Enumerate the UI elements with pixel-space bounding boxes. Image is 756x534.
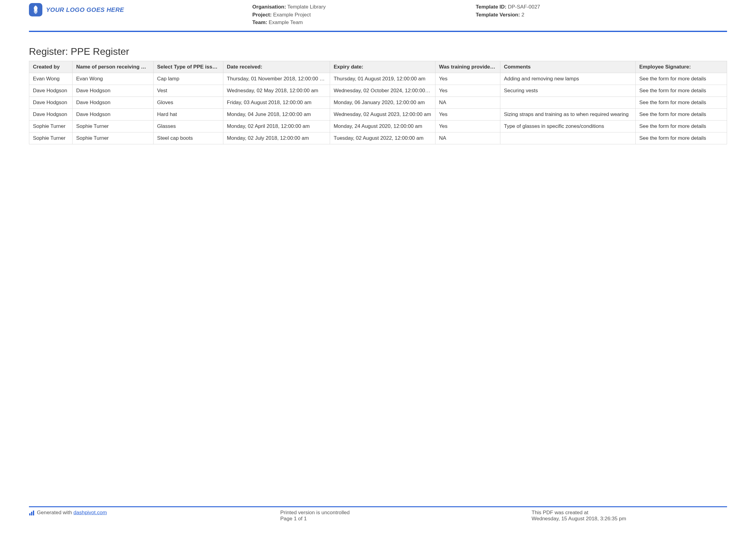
table-header-cell: Employee Signature: — [635, 61, 727, 73]
created-at-value: Wednesday, 15 August 2018, 3:26:35 pm — [532, 516, 727, 522]
logo-block: YOUR LOGO GOES HERE — [29, 3, 252, 16]
table-cell: See the form for more details — [635, 85, 727, 96]
table-cell: Cap lamp — [153, 73, 223, 85]
table-cell: Adding and removing new lamps — [500, 73, 635, 85]
table-row: Dave HodgsonDave HodgsonGlovesFriday, 03… — [29, 96, 727, 108]
project-label: Project: — [252, 12, 272, 18]
template-version-value: 2 — [521, 12, 524, 18]
table-cell: Dave Hodgson — [29, 108, 72, 120]
project-value: Example Project — [273, 12, 311, 18]
table-cell: Wednesday, 02 May 2018, 12:00:00 am — [223, 85, 330, 96]
table-cell: Sizing straps and training as to when re… — [500, 108, 635, 120]
table-cell: Sophie Turner — [29, 132, 72, 144]
ppe-register-table: Created byName of person receiving PPE:S… — [29, 61, 727, 144]
table-header-row: Created byName of person receiving PPE:S… — [29, 61, 727, 73]
table-cell: Monday, 04 June 2018, 12:00:00 am — [223, 108, 330, 120]
template-id-value: DP-SAF-0027 — [508, 4, 540, 10]
template-id-label: Template ID: — [476, 4, 506, 10]
org-label: Organisation: — [252, 4, 286, 10]
table-cell: Wednesday, 02 October 2024, 12:00:00 am — [330, 85, 435, 96]
table-cell: Monday, 02 July 2018, 12:00:00 am — [223, 132, 330, 144]
table-cell: Evan Wong — [72, 73, 153, 85]
page-title: Register: PPE Register — [29, 46, 727, 57]
table-header-cell: Expiry date: — [330, 61, 435, 73]
template-version-label: Template Version: — [476, 12, 520, 18]
table-cell: Dave Hodgson — [29, 85, 72, 96]
chart-icon — [29, 510, 35, 516]
table-cell: Friday, 03 August 2018, 12:00:00 am — [223, 96, 330, 108]
svg-rect-3 — [33, 511, 34, 516]
table-header-cell: Was training provided? — [435, 61, 500, 73]
table-row: Evan WongEvan WongCap lampThursday, 01 N… — [29, 73, 727, 85]
table-row: Sophie TurnerSophie TurnerGlassesMonday,… — [29, 120, 727, 132]
table-cell: Dave Hodgson — [72, 96, 153, 108]
table-row: Dave HodgsonDave HodgsonVestWednesday, 0… — [29, 85, 727, 96]
table-cell: Hard hat — [153, 108, 223, 120]
table-cell: Yes — [435, 120, 500, 132]
team-label: Team: — [252, 19, 267, 25]
table-cell: See the form for more details — [635, 73, 727, 85]
table-cell: NA — [435, 132, 500, 144]
table-row: Dave HodgsonDave HodgsonHard hatMonday, … — [29, 108, 727, 120]
dashpivot-link[interactable]: dashpivot.com — [73, 510, 107, 516]
org-value: Template Library — [287, 4, 326, 10]
logo-icon — [29, 3, 42, 16]
table-cell: Yes — [435, 73, 500, 85]
table-cell: Sophie Turner — [72, 132, 153, 144]
table-cell: Yes — [435, 85, 500, 96]
svg-rect-1 — [29, 513, 31, 516]
table-cell: Evan Wong — [29, 73, 72, 85]
table-cell: Securing vests — [500, 85, 635, 96]
table-cell: Thursday, 01 August 2019, 12:00:00 am — [330, 73, 435, 85]
table-header-cell: Date received: — [223, 61, 330, 73]
table-cell: Wednesday, 02 August 2023, 12:00:00 am — [330, 108, 435, 120]
table-header-cell: Comments — [500, 61, 635, 73]
table-header-cell: Select Type of PPE issued: — [153, 61, 223, 73]
table-body: Evan WongEvan WongCap lampThursday, 01 N… — [29, 73, 727, 144]
footer-right: This PDF was created at Wednesday, 15 Au… — [532, 510, 727, 522]
table-cell: NA — [435, 96, 500, 108]
uncontrolled-text: Printed version is uncontrolled — [280, 510, 532, 516]
table-cell: Sophie Turner — [29, 120, 72, 132]
footer-center: Printed version is uncontrolled Page 1 o… — [280, 510, 532, 522]
table-cell — [500, 132, 635, 144]
footer-left: Generated with dashpivot.com — [29, 510, 280, 522]
table-cell: Vest — [153, 85, 223, 96]
table-header-cell: Created by — [29, 61, 72, 73]
table-cell: Thursday, 01 November 2018, 12:00:00 am — [223, 73, 330, 85]
table-cell: Dave Hodgson — [72, 85, 153, 96]
table-header-cell: Name of person receiving PPE: — [72, 61, 153, 73]
document-footer: Generated with dashpivot.com Printed ver… — [29, 506, 727, 522]
table-cell: Type of glasses in specific zones/condit… — [500, 120, 635, 132]
table-cell: See the form for more details — [635, 120, 727, 132]
table-cell: See the form for more details — [635, 132, 727, 144]
logo-text: YOUR LOGO GOES HERE — [46, 6, 124, 13]
table-cell: Monday, 06 January 2020, 12:00:00 am — [330, 96, 435, 108]
created-at-label: This PDF was created at — [532, 510, 727, 516]
table-cell: See the form for more details — [635, 108, 727, 120]
table-cell: Monday, 02 April 2018, 12:00:00 am — [223, 120, 330, 132]
table-cell: Dave Hodgson — [29, 96, 72, 108]
meta-right: Template ID: DP-SAF-0027 Template Versio… — [476, 3, 727, 18]
meta-left: Organisation: Template Library Project: … — [252, 3, 476, 27]
table-cell — [500, 96, 635, 108]
table-cell: Glasses — [153, 120, 223, 132]
table-cell: Tuesday, 02 August 2022, 12:00:00 am — [330, 132, 435, 144]
page-info: Page 1 of 1 — [280, 516, 532, 522]
team-value: Example Team — [269, 19, 303, 25]
document-header: YOUR LOGO GOES HERE Organisation: Templa… — [29, 3, 727, 32]
table-row: Sophie TurnerSophie TurnerSteel cap boot… — [29, 132, 727, 144]
table-cell: See the form for more details — [635, 96, 727, 108]
generated-with-text: Generated with — [37, 510, 73, 516]
table-cell: Steel cap boots — [153, 132, 223, 144]
table-cell: Sophie Turner — [72, 120, 153, 132]
table-cell: Monday, 24 August 2020, 12:00:00 am — [330, 120, 435, 132]
table-cell: Dave Hodgson — [72, 108, 153, 120]
table-cell: Yes — [435, 108, 500, 120]
table-cell: Gloves — [153, 96, 223, 108]
svg-rect-2 — [31, 512, 32, 516]
